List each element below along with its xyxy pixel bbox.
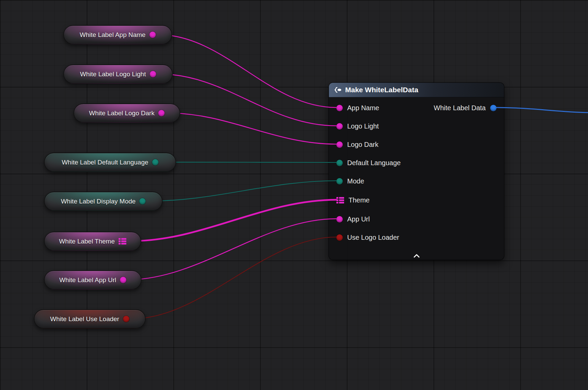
output-pin-white-label-data[interactable] [490, 105, 497, 111]
make-node-title: Make WhiteLabelData [345, 86, 418, 94]
input-pin-logo-light[interactable] [336, 123, 343, 130]
output-pin-label: White Label Data [434, 104, 486, 112]
white-label-logo-light-output-pin[interactable] [150, 71, 156, 77]
input-pin-logo-dark[interactable] [336, 141, 343, 148]
input-pin-label: App Url [347, 215, 370, 223]
white-label-app-name-output-pin[interactable] [149, 32, 156, 38]
input-row-app-name: App Name [329, 99, 379, 117]
getter-node-label: White Label App Url [59, 276, 116, 284]
blueprint-graph-canvas[interactable]: Make WhiteLabelData App Name Logo Light … [0, 0, 588, 390]
input-row-use-logo-loader: Use Logo Loader [329, 228, 399, 247]
input-pin-label: Logo Light [347, 122, 379, 130]
input-pin-use-logo-loader[interactable] [336, 234, 343, 241]
getter-node-label: White Label Display Mode [61, 198, 136, 205]
getter-node-white-label-app-name[interactable]: White Label App Name [63, 25, 172, 44]
wire-display-mode[interactable] [148, 181, 336, 201]
make-node-header[interactable]: Make WhiteLabelData [329, 83, 504, 97]
wire-logo-dark[interactable] [167, 113, 336, 144]
input-row-theme: Theme [329, 191, 370, 209]
input-pin-label: Theme [349, 196, 370, 204]
input-pin-label: Default Language [347, 159, 401, 167]
input-pin-mode[interactable] [336, 178, 343, 184]
wire-use-loader[interactable] [132, 237, 336, 319]
getter-node-white-label-display-mode[interactable]: White Label Display Mode [44, 192, 163, 211]
input-pin-label: Use Logo Loader [347, 234, 399, 241]
make-whitelabeldata-node[interactable]: Make WhiteLabelData App Name Logo Light … [329, 82, 504, 260]
input-pin-label: Logo Dark [347, 141, 378, 149]
make-struct-icon [334, 86, 342, 94]
input-row-logo-dark: Logo Dark [329, 135, 378, 154]
output-row-white-label-data: White Label Data [434, 99, 504, 117]
input-pin-theme[interactable] [336, 197, 344, 203]
getter-node-white-label-logo-light[interactable]: White Label Logo Light [63, 64, 173, 84]
getter-node-label: White Label Default Language [62, 159, 148, 166]
getter-node-white-label-app-url[interactable]: White Label App Url [44, 270, 142, 290]
input-row-default-language: Default Language [329, 154, 401, 172]
getter-node-label: White Label Use Loader [50, 315, 119, 323]
input-pin-label: App Name [347, 104, 379, 112]
input-row-logo-light: Logo Light [329, 117, 379, 135]
chevron-up-icon [413, 254, 420, 258]
input-row-app-url: App Url [329, 210, 370, 228]
wire-app-name[interactable] [158, 35, 336, 108]
white-label-default-language-output-pin[interactable] [152, 159, 159, 165]
wire-logo-light[interactable] [159, 74, 336, 126]
wire-white-label-data-output[interactable] [496, 108, 588, 113]
white-label-app-url-output-pin[interactable] [120, 277, 126, 283]
white-label-use-loader-output-pin[interactable] [123, 316, 129, 322]
white-label-display-mode-output-pin[interactable] [139, 198, 146, 204]
input-pin-app-url[interactable] [336, 216, 343, 222]
getter-node-label: White Label App Name [80, 31, 145, 39]
white-label-logo-dark-output-pin[interactable] [158, 110, 165, 116]
white-label-theme-output-pin[interactable] [119, 238, 126, 245]
getter-node-white-label-use-loader[interactable]: White Label Use Loader [34, 309, 146, 329]
getter-node-white-label-logo-dark[interactable]: White Label Logo Dark [74, 103, 180, 123]
getter-node-white-label-default-language[interactable]: White Label Default Language [44, 153, 176, 172]
input-row-mode: Mode [329, 172, 364, 190]
input-pin-label: Mode [347, 177, 364, 185]
getter-node-white-label-theme[interactable]: White Label Theme [44, 232, 141, 251]
input-pin-default-language[interactable] [336, 160, 343, 166]
wire-app-url[interactable] [127, 219, 336, 280]
input-pin-app-name[interactable] [336, 105, 343, 111]
wire-default-language[interactable] [163, 162, 336, 162]
getter-node-label: White Label Theme [59, 238, 114, 245]
getter-node-label: White Label Logo Dark [89, 110, 154, 117]
getter-node-label: White Label Logo Light [80, 71, 146, 78]
collapse-node-button[interactable] [329, 254, 504, 258]
